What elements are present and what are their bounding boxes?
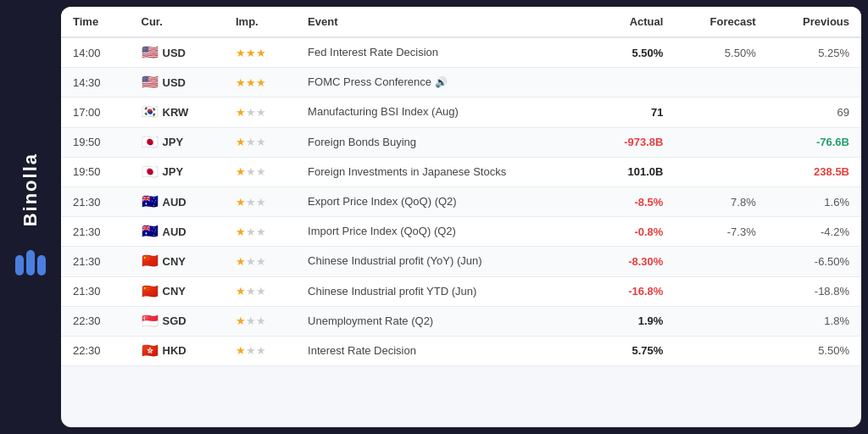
- currency-cell: 🇯🇵 JPY: [130, 127, 224, 157]
- star-empty-icon: ★: [256, 165, 266, 178]
- currency-cell: 🇨🇳 CNY: [130, 247, 224, 276]
- star-filled-icon: ★: [236, 136, 246, 148]
- currency-code: USD: [163, 47, 186, 59]
- star-empty-icon: ★: [246, 314, 256, 327]
- sidebar: Binolla: [0, 0, 61, 434]
- star-empty-icon: ★: [246, 225, 256, 238]
- importance-stars: ★★★: [236, 165, 266, 178]
- star-filled-icon: ★: [236, 76, 246, 89]
- previous-cell: -18.8%: [768, 276, 861, 306]
- star-filled-icon: ★: [236, 106, 246, 119]
- star-filled-icon: ★: [236, 165, 246, 178]
- header-cur: Cur.: [130, 7, 224, 37]
- time-cell: 14:00: [61, 37, 130, 68]
- event-cell: Foreign Investments in Japanese Stocks: [296, 157, 592, 186]
- currency-cell: 🇺🇸 USD: [130, 37, 224, 68]
- previous-cell: 238.5B: [768, 157, 861, 186]
- time-cell: 19:50: [61, 157, 130, 186]
- currency-code: JPY: [163, 165, 184, 178]
- time-cell: 17:00: [61, 97, 130, 127]
- flag-icon: 🇯🇵: [142, 136, 159, 149]
- currency-code: JPY: [163, 136, 184, 148]
- previous-cell: 5.50%: [768, 336, 861, 365]
- importance-cell: ★★★: [224, 97, 296, 127]
- event-cell: Export Price Index (QoQ) (Q2): [296, 186, 592, 216]
- importance-stars: ★★★: [236, 344, 266, 357]
- time-cell: 21:30: [61, 247, 130, 276]
- event-cell: Interest Rate Decision: [296, 336, 592, 365]
- table-row: 22:30 🇸🇬 SGD ★★★ Unemployment Rate (Q2) …: [61, 306, 861, 336]
- star-filled-icon: ★: [236, 47, 246, 59]
- forecast-cell: [675, 336, 767, 365]
- forecast-cell: 7.8%: [675, 186, 767, 216]
- importance-stars: ★★★: [236, 136, 266, 148]
- header-previous: Previous: [768, 7, 861, 37]
- currency-code: AUD: [163, 225, 186, 238]
- currency-cell: 🇨🇳 CNY: [130, 276, 224, 306]
- header-time: Time: [61, 7, 130, 37]
- flag-icon: 🇨🇳: [142, 254, 159, 268]
- flag-icon: 🇺🇸: [142, 75, 159, 89]
- actual-cell: -973.8B: [592, 127, 676, 157]
- importance-stars: ★★★: [236, 196, 266, 209]
- star-empty-icon: ★: [256, 255, 266, 268]
- previous-cell: -4.2%: [768, 217, 861, 247]
- forecast-cell: [675, 247, 767, 276]
- currency-cell: 🇦🇺 AUD: [130, 217, 224, 247]
- currency-cell: 🇯🇵 JPY: [130, 157, 224, 186]
- currency-code: KRW: [163, 106, 189, 119]
- star-empty-icon: ★: [246, 285, 256, 298]
- event-cell: Import Price Index (QoQ) (Q2): [296, 217, 592, 247]
- header-actual: Actual: [592, 7, 676, 37]
- star-empty-icon: ★: [246, 255, 256, 268]
- flag-icon: 🇭🇰: [142, 344, 159, 358]
- flag-icon: 🇯🇵: [142, 165, 159, 179]
- forecast-cell: 5.50%: [675, 37, 767, 68]
- importance-cell: ★★★: [224, 157, 296, 186]
- star-empty-icon: ★: [256, 136, 266, 148]
- importance-stars: ★★★: [236, 255, 266, 268]
- star-empty-icon: ★: [246, 344, 256, 357]
- actual-cell: 5.50%: [592, 37, 676, 68]
- importance-stars: ★★★: [236, 47, 266, 59]
- actual-cell: 5.75%: [592, 336, 676, 365]
- table-row: 19:50 🇯🇵 JPY ★★★ Foreign Investments in …: [61, 157, 861, 186]
- importance-stars: ★★★: [236, 106, 266, 119]
- importance-stars: ★★★: [236, 225, 266, 238]
- importance-stars: ★★★: [236, 76, 266, 89]
- forecast-cell: [675, 68, 767, 97]
- star-filled-icon: ★: [246, 47, 256, 59]
- time-cell: 22:30: [61, 306, 130, 336]
- table-row: 17:00 🇰🇷 KRW ★★★ Manufacturing BSI Index…: [61, 97, 861, 127]
- actual-cell: -8.5%: [592, 186, 676, 216]
- currency-code: AUD: [163, 196, 186, 209]
- importance-stars: ★★★: [236, 285, 266, 298]
- importance-cell: ★★★: [224, 186, 296, 216]
- previous-cell: -76.6B: [768, 127, 861, 157]
- economic-calendar-table: Time Cur. Imp. Event Actual Forecast Pre…: [61, 7, 861, 366]
- star-empty-icon: ★: [256, 196, 266, 209]
- sound-icon: 🔊: [435, 76, 448, 88]
- star-empty-icon: ★: [246, 136, 256, 148]
- header-forecast: Forecast: [675, 7, 767, 37]
- main-content: Time Cur. Imp. Event Actual Forecast Pre…: [61, 7, 861, 427]
- table-row: 21:30 🇨🇳 CNY ★★★ Chinese Industrial prof…: [61, 276, 861, 306]
- star-filled-icon: ★: [236, 344, 246, 357]
- event-cell: Fed Interest Rate Decision: [296, 37, 592, 68]
- table-row: 22:30 🇭🇰 HKD ★★★ Interest Rate Decision …: [61, 336, 861, 365]
- previous-cell: 69: [768, 97, 861, 127]
- star-filled-icon: ★: [256, 76, 266, 89]
- importance-stars: ★★★: [236, 314, 266, 327]
- svg-rect-1: [26, 250, 35, 275]
- svg-rect-2: [37, 255, 46, 275]
- star-empty-icon: ★: [246, 106, 256, 119]
- currency-cell: 🇺🇸 USD: [130, 68, 224, 97]
- table-row: 14:30 🇺🇸 USD ★★★ FOMC Press Conference🔊: [61, 68, 861, 97]
- previous-cell: [768, 68, 861, 97]
- star-empty-icon: ★: [256, 314, 266, 327]
- header-event: Event: [296, 7, 592, 37]
- table-wrapper[interactable]: Time Cur. Imp. Event Actual Forecast Pre…: [61, 7, 861, 427]
- importance-cell: ★★★: [224, 37, 296, 68]
- currency-cell: 🇰🇷 KRW: [130, 97, 224, 127]
- table-row: 21:30 🇦🇺 AUD ★★★ Import Price Index (QoQ…: [61, 217, 861, 247]
